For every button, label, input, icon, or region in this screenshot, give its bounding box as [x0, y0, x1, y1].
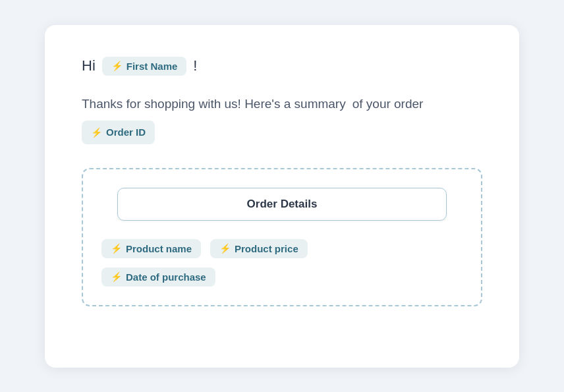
first-name-tag[interactable]: ⚡ First Name	[102, 57, 187, 76]
product-price-label: Product price	[235, 243, 298, 254]
order-details-container: Order Details ⚡ Product name ⚡ Product p…	[82, 168, 482, 306]
date-of-purchase-label: Date of purchase	[126, 271, 206, 283]
bolt-icon-orderid: ⚡	[91, 125, 102, 140]
email-preview-card: Hi ⚡ First Name ! Thanks for shopping wi…	[45, 25, 519, 368]
product-name-tag[interactable]: ⚡ Product name	[101, 239, 201, 258]
order-id-tag[interactable]: ⚡ Order ID	[82, 121, 155, 144]
product-price-tag[interactable]: ⚡ Product price	[210, 239, 308, 258]
date-of-purchase-tag[interactable]: ⚡ Date of purchase	[101, 267, 215, 287]
description-text2: of your order	[352, 94, 424, 114]
description-text1: Thanks for shopping with us! Here's a su…	[82, 94, 346, 114]
order-details-button[interactable]: Order Details	[117, 188, 447, 221]
product-name-label: Product name	[126, 243, 192, 254]
bolt-icon-productprice: ⚡	[219, 243, 231, 254]
fields-row-2: ⚡ Date of purchase	[101, 267, 463, 287]
bolt-icon-firstname: ⚡	[111, 61, 123, 71]
bolt-icon-date: ⚡	[111, 271, 122, 282]
first-name-label: First Name	[127, 61, 178, 72]
fields-row-1: ⚡ Product name ⚡ Product price	[101, 239, 463, 258]
exclamation-text: !	[193, 57, 197, 74]
order-id-label: Order ID	[106, 125, 146, 140]
greeting-line: Hi ⚡ First Name !	[82, 57, 482, 76]
bolt-icon-productname: ⚡	[111, 243, 122, 254]
hi-text: Hi	[82, 57, 96, 74]
description-block: Thanks for shopping with us! Here's a su…	[82, 94, 482, 144]
